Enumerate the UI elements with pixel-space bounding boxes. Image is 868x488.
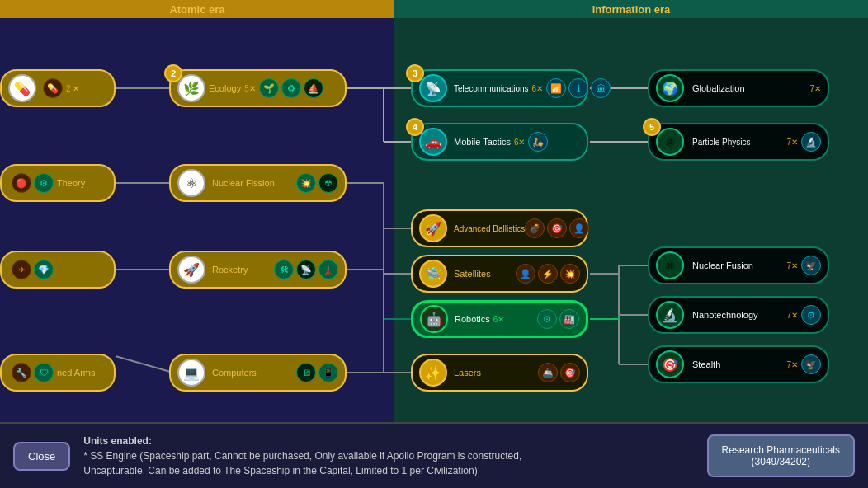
computers-icon1: 🖥: [296, 363, 316, 382]
quantum-icon2: ⚙: [34, 173, 54, 193]
arms-label: ned Arms: [57, 368, 95, 378]
computers-node[interactable]: 💻 Computers 🖥 📱: [169, 354, 347, 392]
robotics-icon1: ⚙: [537, 309, 557, 329]
ecology-node[interactable]: 2 🌿 Ecology 5 ✕ 🌱 ♻ ⛵: [169, 69, 347, 107]
nanotechnology-icon: 🔬: [656, 301, 684, 329]
stealth-node[interactable]: 🎯 Stealth 7 ✕ 🦅: [648, 345, 829, 383]
rocketry-left-node[interactable]: ✈ 💎: [0, 251, 116, 289]
bottom-panel: Close Units enabled: * SS Engine (Spaces…: [0, 422, 868, 488]
quantum-icon1: 🔴: [12, 173, 31, 193]
mobile-tactics-node[interactable]: 4 🚗 Mobile Tactics 6 ✕ 🛵: [411, 123, 588, 161]
satellites-icon: 🛸: [419, 260, 447, 288]
lasers-node[interactable]: ✨ Lasers 🚢 🎯: [411, 354, 588, 392]
rocketry-icon3: 🗼: [318, 260, 338, 279]
lasers-label: Lasers: [454, 368, 481, 378]
telecom-icon: 📡: [419, 74, 447, 102]
pharma-mini-icon: 💊: [43, 78, 63, 98]
combined-arms-node[interactable]: 🔧 🛡 ned Arms: [0, 354, 116, 392]
mobile-tactics-icon: 🚗: [419, 128, 447, 156]
ballistics-label: Advanced Ballistics: [454, 224, 525, 233]
quantum-label: Theory: [57, 178, 85, 188]
particle-physics-node[interactable]: 5 ⚛ Particle Physics 7 ✕ 🔬: [648, 123, 829, 161]
lasers-icon: ✨: [419, 359, 447, 387]
computers-label: Computers: [212, 368, 257, 378]
particle-physics-label: Particle Physics: [692, 138, 751, 147]
robotics-label: Robotics: [455, 314, 490, 324]
robotics-icon: 🤖: [420, 305, 448, 333]
ballistics-icon3: 👤: [569, 218, 589, 238]
nanotechnology-node[interactable]: 🔬 Nanotechnology 7 ✕ ⚙: [648, 296, 829, 334]
nanotechnology-label: Nanotechnology: [692, 310, 758, 320]
nuclear-fusion-label: Nuclear Fusion: [692, 260, 753, 270]
ecology-icon: 🌿: [177, 74, 205, 102]
ecology-icon2: ♻: [281, 78, 301, 98]
robotics-icon2: 🏭: [559, 309, 579, 329]
mobile-tactics-icon1: 🛵: [528, 132, 548, 152]
arms-icon1: 🔧: [12, 363, 31, 382]
units-enabled-header: Units enabled:: [83, 434, 693, 448]
rocketry-label: Rocketry: [212, 265, 248, 274]
advanced-ballistics-node[interactable]: 🚀 Advanced Ballistics 💣 🎯 👤: [411, 209, 588, 247]
stealth-icon1: 🦅: [801, 354, 821, 374]
telecom-node[interactable]: 3 📡 Telecommunications 6 ✕ 📶 ℹ 🏛: [411, 69, 588, 107]
research-button[interactable]: Research Pharmaceuticals(3049/34202): [707, 434, 855, 477]
nuclear-fission-node[interactable]: ⚛ Nuclear Fission 💥 ☢: [169, 164, 347, 202]
pharmaceuticals-node[interactable]: 💊 💊 2 ✕: [0, 69, 116, 107]
research-button-label: Research Pharmaceuticals(3049/34202): [722, 444, 840, 467]
rocketry-left-icon1: ✈: [12, 260, 31, 279]
nanotechnology-icon1: ⚙: [801, 305, 821, 325]
ecology-label: Ecology: [209, 83, 241, 93]
computers-icon2: 📱: [318, 363, 338, 382]
robotics-node[interactable]: 🤖 Robotics 6 ✕ ⚙ 🏭: [411, 300, 588, 338]
arms-icon2: 🛡: [34, 363, 54, 382]
telecom-era-num: 3: [406, 64, 424, 82]
particle-physics-icon: ⚛: [656, 128, 684, 156]
lasers-icon1: 🚢: [538, 363, 558, 382]
units-enabled-text: * SS Engine (Spaceship part, Cannot be p…: [83, 448, 693, 478]
globalization-node[interactable]: 🌍 Globalization 7 ✕: [648, 69, 829, 107]
ecology-era-num: 2: [164, 64, 182, 82]
computers-icon: 💻: [177, 359, 205, 387]
ballistics-icon2: 🎯: [547, 218, 567, 238]
lasers-icon2: 🎯: [560, 363, 580, 382]
satellites-label: Satellites: [454, 269, 491, 279]
nuclear-fusion-node[interactable]: ⚛ Nuclear Fusion 7 ✕ 🦅: [648, 246, 829, 284]
satellites-node[interactable]: 🛸 Satellites 👤 ⚡ 💥: [411, 255, 588, 293]
rocketry-left-icon2: 💎: [34, 260, 54, 279]
nuclear-fusion-icon: ⚛: [656, 251, 684, 279]
particle-physics-icon1: 🔬: [801, 132, 821, 152]
pharma-cost: 2: [66, 84, 71, 93]
nuclear-fusion-icon1: 🦅: [801, 256, 821, 275]
pharmaceuticals-icon: 💊: [8, 74, 36, 102]
pharma-era-symbol: ✕: [73, 84, 79, 93]
atomic-era-header: Atomic era: [0, 0, 394, 18]
rocketry-icon: 🚀: [177, 256, 205, 284]
globalization-label: Globalization: [692, 83, 745, 93]
rocketry-icon1: 🛠: [274, 260, 294, 279]
fission-icon2: ☢: [318, 173, 338, 193]
info-era-header: Information era: [394, 0, 868, 18]
globalization-icon: 🌍: [656, 74, 684, 102]
satellites-icon3: 💥: [560, 264, 580, 284]
rocketry-node[interactable]: 🚀 Rocketry 🛠 📡 🗼: [169, 251, 347, 289]
rocketry-icon2: 📡: [296, 260, 316, 279]
ecology-icon3: ⛵: [304, 78, 323, 98]
satellites-icon2: ⚡: [538, 264, 558, 284]
telecom-icon1: 📶: [546, 78, 566, 98]
fission-icon1: 💥: [296, 173, 316, 193]
satellites-icon1: 👤: [516, 264, 535, 284]
stealth-label: Stealth: [692, 359, 720, 369]
ballistics-icon: 🚀: [419, 214, 447, 242]
mobile-tactics-label: Mobile Tactics: [454, 137, 511, 147]
telecom-icon3: 🏛: [591, 78, 611, 98]
ballistics-icon1: 💣: [525, 218, 545, 238]
mobile-tactics-era-num: 4: [406, 118, 424, 136]
close-button[interactable]: Close: [13, 442, 70, 471]
bottom-info: Units enabled: * SS Engine (Spaceship pa…: [83, 434, 693, 478]
stealth-icon: 🎯: [656, 350, 684, 378]
particle-physics-era-num: 5: [643, 118, 661, 136]
fission-label: Nuclear Fission: [212, 178, 275, 188]
quantum-theory-node[interactable]: 🔴 ⚙ Theory: [0, 164, 116, 202]
fission-icon: ⚛: [177, 169, 205, 197]
tech-tree-area: 💊 💊 2 ✕ 2 🌿 Ecology 5 ✕ 🌱 ♻ ⛵ 🔴 ⚙ Theory…: [0, 18, 868, 439]
